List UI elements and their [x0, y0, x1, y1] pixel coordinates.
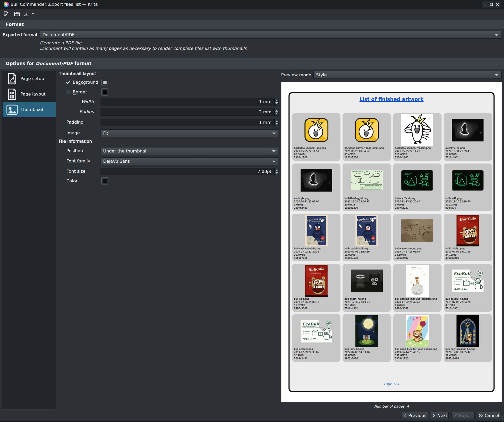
card-filename: auristyle.png: [294, 197, 340, 200]
card-artwork: [444, 114, 492, 146]
page-number: Page 1/ 4: [290, 382, 494, 386]
sidebar-item-label: Thumbnail: [20, 102, 43, 117]
spin-buttons[interactable]: [274, 119, 279, 126]
card-dimensions: 1920x1200: [344, 206, 390, 209]
radius-value: 2 mm: [259, 108, 271, 115]
spin-buttons[interactable]: [274, 168, 279, 175]
card-filename: buli-1bit-big_hd.png: [344, 197, 390, 200]
options-header-format: Document/PDF: [36, 61, 73, 66]
card-info: auristyle.png 2020-10-31 21:07:00 5.08Mi…: [294, 197, 340, 210]
card-filename: Kockatoo-karmen_logo_alt01.png: [344, 146, 390, 150]
toolbar: [0, 9, 504, 19]
preview-mode-value: Style: [316, 72, 327, 77]
save-list-button[interactable]: [22, 9, 30, 18]
card-datetime: 2020-10-31 21:07:00: [294, 200, 340, 203]
exported-format-combo[interactable]: Document/PDF: [40, 31, 501, 39]
card-dimensions: 7016x4961: [344, 307, 390, 310]
card-datetime: 2020-10-31 21:09:43: [445, 150, 491, 153]
exported-format-label: Exported format: [3, 31, 38, 39]
save-options-dropdown[interactable]: [30, 9, 36, 18]
font-size-label: Font size: [66, 168, 85, 175]
card-dimensions: 1200x1200: [344, 156, 390, 159]
card-artwork: [393, 165, 442, 196]
card-datetime: 2020-12-08 00:05:42: [445, 351, 491, 354]
card-datetime: 2019-07-02 22:32:31: [294, 250, 340, 253]
sidebar-item-page-setup[interactable]: Page setup: [3, 71, 56, 86]
spin-up-icon: [275, 100, 278, 101]
font-size-spinbox[interactable]: 7.00pt: [101, 168, 279, 175]
sidebar-item-thumbnail[interactable]: Thumbnail: [3, 102, 56, 117]
chevron-right-icon: [432, 414, 435, 418]
previous-button[interactable]: Previous: [402, 412, 428, 419]
position-combo-value: Under the thumbnail: [103, 149, 148, 154]
font-family-combo[interactable]: DejaVu Sans: [101, 157, 279, 165]
image-combo-value: Fit: [103, 131, 108, 136]
page-title: List of finished artwork: [290, 97, 494, 102]
image-label: Image: [66, 129, 80, 137]
card-dimensions: 1200x1200: [395, 156, 441, 159]
resize-grip[interactable]: [499, 416, 503, 421]
card-datetime: 2020-11-22 21:42:48: [395, 300, 441, 304]
spin-buttons[interactable]: [274, 108, 279, 115]
next-button[interactable]: Next: [431, 412, 449, 419]
spin-up-icon: [275, 170, 278, 171]
minimize-button[interactable]: [482, 1, 488, 8]
card-dimensions: 900x574: [445, 206, 491, 209]
maximize-button[interactable]: [488, 1, 494, 8]
thumbnail-card: auristyle-hd.png 2020-10-31 21:09:43 17.…: [444, 113, 492, 161]
card-info: buli-dessine_moi_une_saucisse.png 2020-1…: [395, 297, 441, 310]
card-datetime: 2022-02-08 14:33:16: [344, 351, 390, 354]
card-filesize: 531.64KiB: [395, 354, 441, 357]
text-color-button[interactable]: [101, 177, 108, 184]
card-info: buli-captainbuli.png 2019-07-02 22:33:26…: [344, 247, 390, 260]
radius-spinbox[interactable]: 2 mm: [101, 108, 279, 116]
format-section-header: Format: [0, 20, 504, 29]
sidebar-item-page-layout[interactable]: Page layout: [3, 87, 56, 102]
padding-value: 1 mm: [259, 119, 271, 126]
card-artwork: [393, 315, 442, 347]
border-color-button[interactable]: [101, 88, 108, 96]
spin-buttons[interactable]: [274, 98, 279, 105]
export-button-label: Export: [459, 413, 473, 418]
thumbnail-card: buli-cad2-hd.png 2020-11-15 22:20:40 3.0…: [393, 163, 442, 211]
thumbnail-card: buli-fairy_hd.png 2022-02-08 14:33:16 32…: [343, 314, 391, 362]
card-artwork: [393, 265, 442, 297]
card-dimensions: 4961x7016: [445, 357, 491, 360]
card-filename: buli-ecobuli.png: [294, 347, 340, 351]
card-filename: buli-cola-hd.png: [445, 247, 491, 250]
position-combo[interactable]: Under the thumbnail: [101, 147, 279, 155]
open-list-button[interactable]: [12, 9, 22, 18]
image-combo[interactable]: Fit: [101, 129, 279, 137]
card-artwork: [343, 114, 391, 146]
card-info: Kockatoo-karmen_logo_alt01.png 2021-05-2…: [344, 146, 390, 159]
card-dimensions: 1358x1920: [395, 357, 441, 360]
card-filesize: 3.17MiB: [294, 354, 340, 357]
width-spinbox[interactable]: 1 mm: [101, 98, 279, 106]
card-datetime: 2019-07-27 16:01:07: [395, 250, 441, 253]
preview-mode-combo[interactable]: Style: [313, 71, 502, 79]
spin-down-icon: [275, 102, 278, 104]
card-filename: buli-cave-painting.png: [395, 247, 441, 250]
card-filename: buli-holy-sausage-hd.png: [445, 347, 491, 351]
card-info: buli-holy-sausage-hd.png 2020-12-08 00:0…: [445, 347, 491, 360]
page-setup-icon: [6, 73, 18, 85]
padding-spinbox[interactable]: 1 mm: [101, 119, 279, 126]
card-filesize: 11.62MiB: [294, 304, 340, 307]
thumbnail-card: buli-good_luck_for_your_exams.png 2019-0…: [393, 314, 442, 362]
card-filename: buli-death_hd.png: [344, 297, 390, 300]
new-list-button[interactable]: [0, 9, 12, 18]
export-button[interactable]: Export: [452, 412, 475, 419]
cancel-button[interactable]: Cancel: [478, 412, 500, 419]
new-document-icon: [3, 11, 9, 17]
card-datetime: 2021-05-25 22:11:59: [294, 150, 340, 153]
options-header-prefix: Options for: [6, 61, 36, 66]
thumbnail-layout-header: Thumbnail layout: [59, 71, 96, 76]
background-color-button[interactable]: [101, 79, 108, 86]
background-checkbox[interactable]: [65, 80, 71, 85]
close-button[interactable]: [495, 1, 501, 8]
font-family-combo-value: DejaVu Sans: [103, 159, 130, 164]
next-button-label: Next: [437, 413, 447, 418]
thumbnail-card: buli-cola-hd.png 2019-07-06 15:01:19 34.…: [444, 214, 492, 261]
card-filesize: 5.08MiB: [294, 203, 340, 206]
border-checkbox[interactable]: [65, 89, 71, 95]
